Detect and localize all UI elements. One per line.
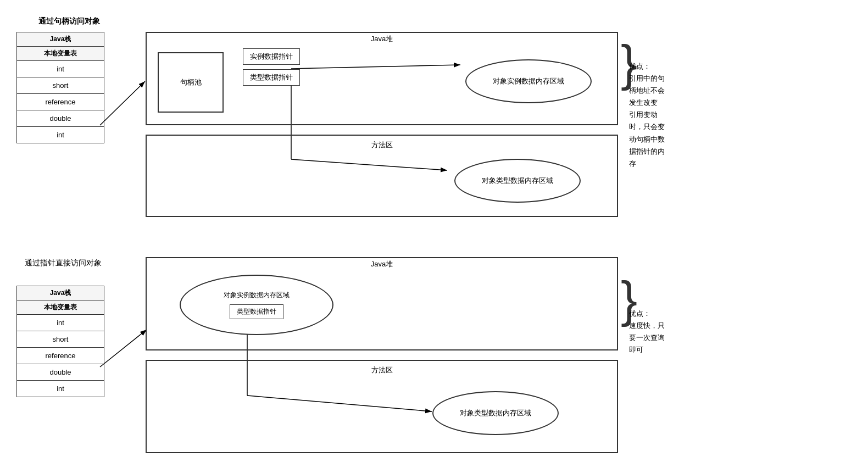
type-ptr-box: 类型数据指针 (243, 69, 300, 86)
adv-title-bottom: 优点： (629, 308, 665, 320)
advantages-top: 优点： 引用中的句柄地址不会发生改变 引用变动时，只会变动句柄中数据指针的内存 (629, 60, 665, 170)
bottom-title: 通过指针直接访问对象 (25, 258, 102, 268)
method-box-bottom: 方法区 对象类型数据内存区域 (146, 360, 618, 453)
method-box-top: 方法区 对象类型数据内存区域 (146, 135, 618, 217)
stack-bottom: Java栈 本地变量表 int short reference double i… (16, 286, 104, 397)
stack-row-top-1: short (17, 77, 104, 94)
advantages-bottom: 优点： 速度快，只要一次查询即可 (629, 308, 665, 356)
stack-top: Java栈 本地变量表 int short reference double i… (16, 32, 104, 143)
heap-box-top: Java堆 句柄池 实例数据指针 类型数据指针 对象实例数据内存区域 (146, 32, 618, 125)
type-ptr-inner: 类型数据指针 (230, 304, 283, 319)
oval-instance-bottom: 对象实例数据内存区域 类型数据指针 (180, 275, 333, 335)
stack-row-top-2: reference (17, 94, 104, 110)
heap-label-bottom: Java堆 (371, 259, 393, 269)
stack-row-bot-4: int (17, 381, 104, 397)
stack-row-top-0: int (17, 61, 104, 77)
stack-row-bot-0: int (17, 315, 104, 331)
stack-row-top-4: int (17, 127, 104, 143)
stack-row-bot-2: reference (17, 348, 104, 364)
stack-header1-top: Java栈 (17, 32, 104, 47)
stack-row-bot-1: short (17, 331, 104, 348)
top-title: 通过句柄访问对象 (38, 16, 100, 26)
heap-box-bottom: Java堆 对象实例数据内存区域 类型数据指针 (146, 257, 618, 350)
stack-header1-bottom: Java栈 (17, 286, 104, 300)
method-label-top: 方法区 (371, 140, 393, 150)
stack-row-top-3: double (17, 110, 104, 127)
adv1-top: 引用中的句柄地址不会发生改变 (629, 73, 665, 109)
svg-line-5 (100, 330, 147, 367)
adv-title-top: 优点： (629, 60, 665, 73)
stack-header2-bottom: 本地变量表 (17, 300, 104, 315)
stack-header2-top: 本地变量表 (17, 47, 104, 61)
heap-label-top: Java堆 (371, 34, 393, 44)
adv1-bottom: 速度快，只要一次查询即可 (629, 320, 665, 356)
handle-pool: 句柄池 (158, 52, 224, 113)
ptr-boxes-top: 实例数据指针 类型数据指针 (243, 48, 300, 86)
oval-type-bottom: 对象类型数据内存区域 (432, 391, 559, 435)
oval-instance-top: 对象实例数据内存区域 (465, 59, 592, 103)
diagram-container: 通过句柄访问对象 Java栈 本地变量表 int short reference… (0, 0, 868, 462)
svg-line-1 (100, 81, 145, 125)
oval-type-top: 对象类型数据内存区域 (454, 159, 581, 203)
adv2-top: 引用变动时，只会变动句柄中数据指针的内存 (629, 109, 665, 169)
instance-ptr-box: 实例数据指针 (243, 48, 300, 65)
method-label-bottom: 方法区 (371, 365, 393, 375)
stack-row-bot-3: double (17, 364, 104, 381)
